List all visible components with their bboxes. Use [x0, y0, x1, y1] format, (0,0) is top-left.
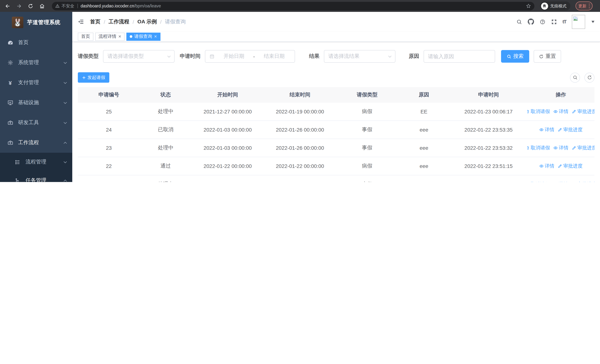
sidebar-item-label: 系统管理 [18, 59, 39, 66]
forward-arrow-icon [16, 3, 22, 9]
bookmark-star-icon[interactable] [526, 3, 531, 9]
search-icon [572, 75, 578, 80]
chevron-down-icon [64, 121, 67, 124]
tab-tag[interactable]: 流程详情 ✕ [95, 32, 125, 41]
reset-button[interactable]: 重置 [534, 50, 561, 63]
action-cancel-link[interactable]: 取消请假 [527, 181, 550, 182]
result-placeholder: 请选择流结果 [328, 53, 359, 60]
header-search-icon[interactable] [516, 19, 522, 25]
delete-icon [527, 109, 529, 114]
action-progress-link[interactable]: 审批进度 [572, 181, 594, 182]
browser-home-button[interactable] [38, 1, 46, 10]
sidebar-item-system[interactable]: 系统管理 [0, 53, 72, 73]
cell-apply-id: 24 [78, 127, 140, 133]
action-label: 取消请假 [531, 145, 550, 151]
action-label: 详情 [545, 126, 554, 133]
yen-icon: ¥ [7, 80, 13, 86]
cell-apply-time: 2022-01-22 23:53:35 [450, 127, 527, 133]
create-leave-button[interactable]: 发起请假 [78, 72, 109, 83]
cell-apply-time: 2022-01-22 23:51:15 [450, 163, 527, 169]
action-cancel-link[interactable]: 取消请假 [527, 145, 550, 151]
action-detail-link[interactable]: 详情 [553, 108, 569, 115]
cell-start-time: 2022-01-03 00:00:00 [191, 145, 264, 151]
cell-status: 通过 [140, 163, 192, 169]
tab-tag[interactable]: 请假查询 ✕ [127, 32, 160, 41]
cell-apply-id: 22 [78, 163, 140, 169]
browser-forward-button[interactable] [14, 1, 23, 10]
fullscreen-icon[interactable] [551, 19, 557, 25]
cell-apply-time: 2022-01-23 00:06:17 [450, 109, 527, 114]
sidebar-item-payment[interactable]: ¥ 支付管理 [0, 73, 72, 93]
url-separator [77, 4, 78, 8]
action-label: 详情 [559, 108, 569, 115]
action-progress-link[interactable]: 审批进度 [558, 163, 582, 169]
font-size-icon[interactable]: tT [562, 19, 566, 24]
action-detail-link[interactable]: 详情 [539, 126, 554, 133]
reason-label: 原因 [409, 53, 419, 60]
start-date-placeholder: 开始日期 [217, 53, 250, 60]
breadcrumb-separator: / [160, 19, 162, 25]
workflow-submenu: 流程管理 任务管理 我的流程 [0, 153, 72, 182]
sidebar-toggle-button[interactable] [78, 19, 84, 25]
tag-label: 流程详情 [99, 33, 116, 40]
reason-input[interactable] [424, 50, 495, 63]
browser-reload-button[interactable] [26, 1, 35, 10]
screen: 不安全 dashboard.yudao.iocoder.cn/bpm/oa/le… [0, 0, 600, 182]
browser-back-button[interactable] [3, 1, 12, 10]
result-select[interactable]: 请选择流结果 [324, 50, 395, 63]
tag-close-icon[interactable]: ✕ [154, 35, 157, 38]
app-logo[interactable]: 🐰 芋道管理系统 [0, 12, 72, 33]
action-detail-link[interactable]: 详情 [539, 163, 554, 169]
chevron-down-icon [168, 54, 171, 57]
address-bar[interactable]: 不安全 dashboard.yudao.iocoder.cn/bpm/oa/le… [52, 2, 534, 10]
cell-end-time: 2022-01-23 00:00:00 [264, 181, 336, 182]
security-chip[interactable]: 不安全 [55, 3, 74, 9]
cell-reason: eee [398, 145, 450, 151]
action-label: 审批进度 [563, 163, 582, 169]
sidebar-item-workflow[interactable]: 工作流程 [0, 133, 72, 153]
chevron-down-icon [64, 61, 67, 64]
avatar[interactable] [572, 15, 585, 29]
search-button[interactable]: 搜索 [501, 50, 529, 63]
action-label: 详情 [559, 145, 569, 151]
cell-reason: eee [398, 127, 450, 133]
action-label: 取消请假 [531, 108, 550, 115]
breadcrumb-item[interactable]: 首页 [90, 18, 100, 25]
action-progress-link[interactable]: 审批进度 [572, 108, 594, 115]
action-label: 审批进度 [577, 181, 594, 182]
filter-form: 请假类型 请选择请假类型 申请时间 开始日期 - 结束日期 结果 请选择流结果 [78, 50, 594, 63]
tag-label: 请假查询 [134, 33, 152, 40]
action-detail-link[interactable]: 详情 [553, 145, 569, 151]
not-secure-warning-icon [55, 4, 60, 8]
breadcrumb-item[interactable]: OA 示例 [138, 18, 157, 25]
action-detail-link[interactable]: 详情 [553, 181, 569, 182]
breadcrumb-item[interactable]: 工作流程 [109, 18, 129, 25]
sidebar-item-devtools[interactable]: 研发工具 [0, 113, 72, 133]
action-cancel-link[interactable]: 取消请假 [527, 108, 550, 115]
leave-table: 申请编号 状态 开始时间 结束时间 请假类型 原因 申请时间 操作 25 处理中… [78, 87, 594, 182]
action-label: 详情 [545, 163, 554, 169]
sidebar-item-home[interactable]: 首页 [0, 33, 72, 53]
sidebar-item-task-mgmt[interactable]: 任务管理 [0, 171, 72, 182]
show-search-button[interactable] [570, 73, 580, 83]
action-progress-link[interactable]: 审批进度 [572, 145, 594, 151]
sidebar-item-process-mgmt[interactable]: 流程管理 [0, 153, 72, 171]
refresh-table-button[interactable] [584, 73, 594, 83]
browser-menu-icon[interactable] [589, 4, 590, 8]
incognito-label: 无痕模式 [550, 3, 566, 9]
github-icon[interactable] [527, 19, 534, 25]
tag-close-icon[interactable]: ✕ [118, 35, 121, 38]
cell-reason: EEE [398, 181, 450, 182]
sidebar-item-label: 首页 [18, 39, 28, 46]
refresh-icon [539, 54, 544, 59]
help-icon[interactable] [539, 19, 545, 25]
apply-time-range-picker[interactable]: 开始日期 - 结束日期 [205, 50, 295, 63]
avatar-caret-icon[interactable] [591, 20, 594, 23]
browser-update-button[interactable]: 更新 [575, 1, 593, 10]
leave-type-select[interactable]: 请选择请假类型 [103, 50, 175, 63]
sidebar-item-infra[interactable]: 基础设施 [0, 93, 72, 113]
view-icon [539, 164, 544, 168]
leave-type-label: 请假类型 [78, 53, 99, 60]
tab-tag[interactable]: 首页 [78, 32, 94, 41]
action-progress-link[interactable]: 审批进度 [558, 126, 582, 133]
